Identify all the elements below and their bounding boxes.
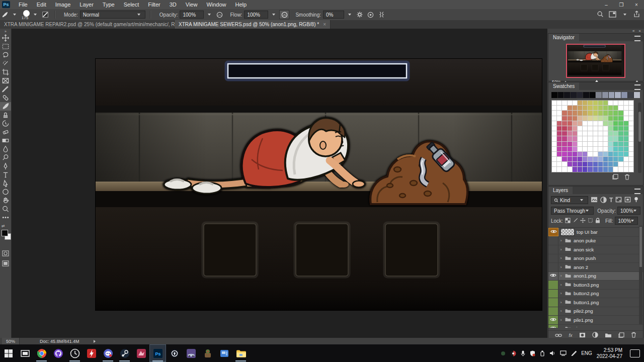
swatch-cell[interactable] xyxy=(578,136,582,141)
swatch-cell[interactable] xyxy=(608,121,613,126)
swatch-cell[interactable] xyxy=(588,126,592,131)
pressure-size-icon[interactable] xyxy=(366,11,375,19)
menu-item-layer[interactable]: Layer xyxy=(75,0,98,9)
chevron-down-icon[interactable] xyxy=(34,14,37,16)
taskbar-app-clock-app[interactable] xyxy=(66,344,83,362)
swatch-cell[interactable] xyxy=(568,136,572,141)
swatch-cell[interactable] xyxy=(573,147,577,151)
swatch-cell[interactable] xyxy=(588,131,592,136)
swatch-cell[interactable] xyxy=(588,136,592,141)
swatch-cell[interactable] xyxy=(629,162,633,166)
swatch-cell[interactable] xyxy=(573,111,577,115)
menu-item-filter[interactable]: Filter xyxy=(143,0,165,9)
expand-group-icon[interactable]: › xyxy=(558,318,564,322)
layer-name[interactable]: top UI bar xyxy=(577,229,598,235)
recent-swatch[interactable] xyxy=(596,92,602,98)
lock-position-icon[interactable] xyxy=(580,218,586,224)
swatch-cell[interactable] xyxy=(603,121,608,126)
swatch-cell[interactable] xyxy=(578,162,582,166)
tray-shield-icon[interactable] xyxy=(530,350,535,356)
swatch-cell[interactable] xyxy=(613,126,618,131)
swatch-cell[interactable] xyxy=(568,152,572,156)
layer-row[interactable]: ›anon sick xyxy=(548,245,643,254)
swatch-cell[interactable] xyxy=(603,126,608,131)
swatch-cell[interactable] xyxy=(552,116,556,121)
brush-tool-icon[interactable] xyxy=(0,11,9,19)
swatch-cell[interactable] xyxy=(562,152,567,156)
swatch-cell[interactable] xyxy=(557,157,561,161)
visibility-toggle[interactable] xyxy=(548,325,558,328)
more-tool-icon[interactable] xyxy=(0,213,11,222)
swatch-cell[interactable] xyxy=(598,136,603,141)
swatch-cell[interactable] xyxy=(603,162,608,166)
expand-group-icon[interactable]: › xyxy=(558,238,564,243)
document-tab-1[interactable]: XTRA MINIGAME REPAIR2.psd @ 25% (default… xyxy=(0,20,175,29)
layer-name[interactable]: button1.png xyxy=(574,300,599,305)
swatch-cell[interactable] xyxy=(573,116,577,121)
layer-row[interactable]: top UI bar xyxy=(548,228,643,237)
opacity-input[interactable]: 100% xyxy=(180,11,204,19)
visibility-toggle[interactable] xyxy=(548,316,558,324)
lock-artboard-icon[interactable] xyxy=(588,218,593,224)
swatch-cell[interactable] xyxy=(608,157,613,161)
swatch-cell[interactable] xyxy=(603,142,608,146)
swatches-scrollbar[interactable] xyxy=(638,103,641,173)
swatch-cell[interactable] xyxy=(598,142,603,146)
swatch-cell[interactable] xyxy=(613,162,618,166)
blend-mode-select[interactable]: Pass Through xyxy=(551,207,594,215)
history-brush-tool-icon[interactable] xyxy=(0,119,11,128)
close-panel-icon[interactable]: × xyxy=(638,29,641,33)
swatch-cell[interactable] xyxy=(608,136,613,141)
swatch-cell[interactable] xyxy=(618,111,623,115)
swatch-cell[interactable] xyxy=(624,121,628,126)
swatch-cell[interactable] xyxy=(618,106,623,110)
layer-name[interactable]: anon1.png xyxy=(574,273,596,279)
flow-input[interactable]: 100% xyxy=(244,11,268,19)
swatch-cell[interactable] xyxy=(629,116,633,121)
search-icon[interactable] xyxy=(597,11,604,19)
swatch-cell[interactable] xyxy=(593,167,598,171)
swatch-cell[interactable] xyxy=(608,131,613,136)
brush-preset-picker[interactable]: 175 xyxy=(20,10,30,19)
layer-row[interactable]: ›pipe.png xyxy=(548,325,643,328)
workspace-icon[interactable] xyxy=(609,11,616,19)
chevron-down-icon[interactable] xyxy=(208,14,211,16)
navigator-panel-tab[interactable]: Navigator xyxy=(548,34,579,41)
swatch-cell[interactable] xyxy=(598,111,603,115)
language-indicator[interactable]: ENG xyxy=(581,350,592,356)
panel-menu-icon[interactable] xyxy=(634,189,640,194)
smoothing-input[interactable]: 0% xyxy=(323,11,344,19)
swatch-cell[interactable] xyxy=(557,162,561,166)
filter-adjustment-icon[interactable] xyxy=(600,197,607,204)
recent-swatch[interactable] xyxy=(609,92,615,98)
layer-fill-input[interactable]: 100% xyxy=(615,217,638,225)
chevron-down-icon[interactable] xyxy=(623,14,626,16)
panel-menu-icon[interactable] xyxy=(634,36,640,41)
taskbar-app-discord[interactable] xyxy=(100,344,116,362)
swatch-cell[interactable] xyxy=(573,131,577,136)
swatch-cell[interactable] xyxy=(598,131,603,136)
layer-name[interactable]: pile1.png xyxy=(574,317,593,323)
layer-row[interactable]: ›anon 2 xyxy=(548,263,643,272)
layer-effects-fx-icon[interactable]: fx xyxy=(569,333,572,338)
swatch-cell[interactable] xyxy=(552,136,556,141)
swatch-cell[interactable] xyxy=(552,121,556,126)
taskbar-app-lightning-app[interactable] xyxy=(83,344,100,362)
swatch-cell[interactable] xyxy=(603,111,608,115)
lasso-tool-icon[interactable] xyxy=(0,51,11,59)
swatch-cell[interactable] xyxy=(618,157,623,161)
link-layers-icon[interactable] xyxy=(555,333,562,338)
recent-swatch[interactable] xyxy=(564,92,570,98)
swatch-cell[interactable] xyxy=(588,167,592,171)
clone-stamp-tool-icon[interactable] xyxy=(0,111,11,119)
tab-close-icon[interactable]: × xyxy=(323,22,326,27)
swatch-cell[interactable] xyxy=(562,106,567,110)
swatch-cell[interactable] xyxy=(624,106,628,110)
notification-center-icon[interactable] xyxy=(630,349,640,357)
layer-name[interactable]: pile2.png xyxy=(574,308,593,314)
swatch-cell[interactable] xyxy=(562,116,567,121)
swatch-cell[interactable] xyxy=(624,157,628,161)
swatch-cell[interactable] xyxy=(583,116,587,121)
visibility-toggle[interactable] xyxy=(548,237,558,245)
brush-tool-icon[interactable] xyxy=(0,102,11,111)
